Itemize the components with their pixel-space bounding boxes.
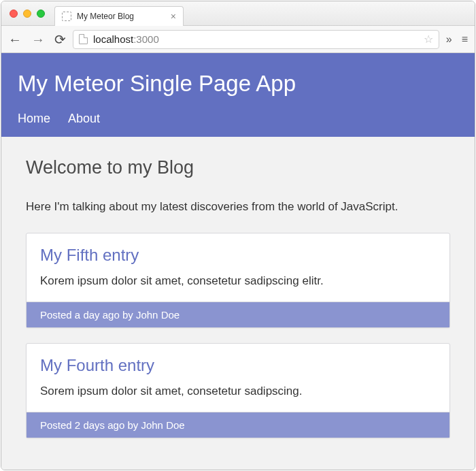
page-title: Welcome to my Blog — [26, 157, 450, 178]
toolbar-right: » ≡ — [446, 33, 468, 46]
address-host: localhost — [93, 33, 133, 45]
nav-link-home[interactable]: Home — [18, 112, 50, 126]
page-favicon — [62, 12, 71, 21]
address-bar[interactable]: localhost:3000 ☆ — [73, 30, 439, 49]
post-body: My Fourth entry Sorem ipsum dolor sit am… — [27, 344, 449, 412]
address-text: localhost:3000 — [93, 33, 159, 45]
post-excerpt: Korem ipsum dolor sit amet, consetetur s… — [40, 274, 436, 288]
nav-link-about[interactable]: About — [68, 112, 100, 126]
post-meta: Posted 2 days ago by John Doe — [27, 412, 449, 438]
post-meta: Posted a day ago by John Doe — [27, 302, 449, 327]
post-title[interactable]: My Fifth entry — [40, 246, 436, 265]
bookmark-icon[interactable]: ☆ — [424, 33, 433, 46]
post-card: My Fourth entry Sorem ipsum dolor sit am… — [26, 343, 450, 438]
nav-buttons: ← → ⟳ — [8, 33, 66, 46]
main-content: Welcome to my Blog Here I'm talking abou… — [1, 137, 475, 470]
post-body: My Fifth entry Korem ipsum dolor sit ame… — [27, 233, 449, 302]
site-nav: Home About — [18, 112, 458, 137]
post-card: My Fifth entry Korem ipsum dolor sit ame… — [26, 233, 450, 328]
menu-icon[interactable]: ≡ — [462, 33, 468, 46]
tab-title: My Meteor Blog — [77, 12, 165, 21]
page-viewport: My Meteor Single Page App Home About Wel… — [1, 53, 475, 470]
page-icon — [79, 34, 88, 44]
site-header: My Meteor Single Page App Home About — [1, 53, 475, 137]
browser-window: My Meteor Blog × ← → ⟳ localhost:3000 ☆ … — [1, 1, 475, 470]
post-excerpt: Sorem ipsum dolor sit amet, consetetur s… — [40, 385, 436, 398]
reload-button[interactable]: ⟳ — [54, 33, 66, 46]
overflow-icon[interactable]: » — [446, 33, 452, 46]
browser-tab[interactable]: My Meteor Blog × — [54, 6, 184, 26]
minimize-window-button[interactable] — [23, 10, 31, 18]
address-port: :3000 — [133, 33, 159, 45]
close-tab-icon[interactable]: × — [171, 12, 176, 21]
browser-toolbar: ← → ⟳ localhost:3000 ☆ » ≡ — [1, 26, 475, 53]
window-titlebar: My Meteor Blog × — [1, 1, 475, 26]
window-controls — [10, 10, 45, 18]
site-title: My Meteor Single Page App — [18, 71, 458, 97]
maximize-window-button[interactable] — [37, 10, 45, 18]
forward-button[interactable]: → — [31, 33, 45, 46]
post-title[interactable]: My Fourth entry — [40, 356, 436, 375]
page-intro: Here I'm talking about my latest discove… — [26, 200, 450, 214]
back-button[interactable]: ← — [8, 33, 22, 46]
close-window-button[interactable] — [10, 10, 18, 18]
